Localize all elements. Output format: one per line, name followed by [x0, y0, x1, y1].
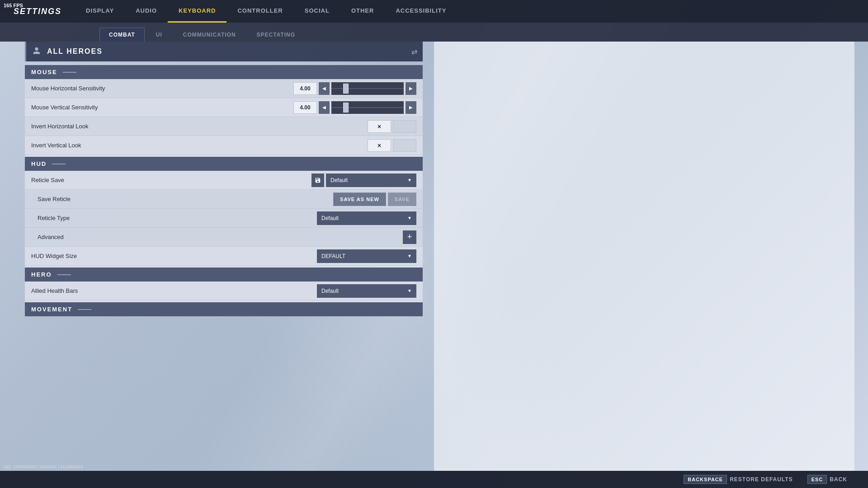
mouse-vertical-decrease[interactable]: ◀ [319, 101, 330, 114]
allied-health-bars-value: Default [321, 288, 406, 294]
invert-vertical-checkbox[interactable]: × [368, 139, 391, 152]
restore-defaults-key: BACKSPACE [684, 475, 727, 484]
debug-info: UID: 1195584009 | 14091441 | 2412009019 [4, 465, 83, 469]
mouse-vertical-value: 4.00 [293, 101, 317, 114]
nav-display[interactable]: DISPLAY [75, 0, 125, 23]
save-button[interactable]: SAVE [388, 192, 416, 206]
movement-section-header: MOVEMENT [25, 302, 423, 316]
mouse-vertical-slider-track[interactable] [331, 101, 404, 114]
save-reticle-buttons: SAVE AS NEW SAVE [333, 192, 416, 206]
hud-widget-size-value: DEFAULT [321, 253, 406, 259]
mouse-vertical-sensitivity-control: 4.00 ◀ ▶ [293, 101, 416, 114]
allied-health-bars-row: Allied Health Bars Default ▼ [25, 282, 423, 300]
reticle-save-dropdown-value: Default [330, 177, 406, 183]
hero-section-header: HERO [25, 267, 423, 282]
reticle-save-row: Reticle Save Default ▼ [25, 171, 423, 190]
mouse-vertical-increase[interactable]: ▶ [406, 101, 416, 114]
right-panel [434, 42, 854, 471]
nav-controller[interactable]: CONTROLLER [226, 0, 293, 23]
bottom-bar: BACKSPACE RESTORE DEFAULTS ESC BACK [0, 471, 868, 488]
mouse-horizontal-slider-thumb[interactable] [343, 84, 349, 94]
heroes-title: ALL HEROES [47, 47, 406, 56]
mouse-vertical-sensitivity-label: Mouse Vertical Sensitivity [31, 104, 293, 111]
reticle-type-label: Reticle Type [38, 215, 317, 221]
nav-audio[interactable]: AUDIO [125, 0, 168, 23]
reticle-save-icon-button[interactable] [311, 174, 324, 187]
tab-communication[interactable]: COMMUNICATION [174, 28, 245, 42]
save-as-new-button[interactable]: SAVE AS NEW [333, 192, 386, 206]
save-reticle-label: Save Reticle [38, 196, 333, 202]
save-to-file-icon [315, 177, 321, 183]
mouse-section-line [63, 72, 76, 73]
settings-panel: MOUSE Mouse Horizontal Sensitivity 4.00 … [25, 65, 423, 316]
save-reticle-row: Save Reticle SAVE AS NEW SAVE [25, 190, 423, 209]
sub-navigation: COMBAT UI COMMUNICATION SPECTATING [0, 23, 868, 42]
reticle-save-label: Reticle Save [31, 177, 311, 183]
allied-health-bars-dropdown[interactable]: Default ▼ [317, 284, 416, 298]
mouse-horizontal-sensitivity-control: 4.00 ◀ ▶ [293, 82, 416, 95]
mouse-horizontal-value: 4.00 [293, 82, 317, 95]
hud-widget-size-dropdown[interactable]: DEFAULT ▼ [317, 249, 416, 263]
restore-defaults-label: RESTORE DEFAULTS [730, 476, 793, 483]
top-navigation: SETTINGS DISPLAY AUDIO KEYBOARD CONTROLL… [0, 0, 868, 23]
nav-other[interactable]: OTHER [340, 0, 385, 23]
heroes-bar[interactable]: ALL HEROES ⇄ [25, 42, 423, 61]
movement-section-title: MOVEMENT [31, 306, 72, 313]
reticle-save-control: Default ▼ [311, 174, 416, 187]
tab-combat[interactable]: COMBAT [99, 28, 145, 42]
mouse-horizontal-sensitivity-row: Mouse Horizontal Sensitivity 4.00 ◀ ▶ [25, 79, 423, 98]
invert-horizontal-checkbox[interactable]: × [368, 120, 391, 133]
invert-vertical-look-row: Invert Vertical Look × [25, 136, 423, 155]
slider-line-vert [331, 107, 404, 108]
hud-widget-size-row: HUD Widget Size DEFAULT ▼ [25, 247, 423, 266]
hud-section-line [52, 164, 66, 164]
reticle-type-value: Default [321, 215, 406, 221]
nav-keyboard[interactable]: KEYBOARD [168, 0, 226, 23]
mouse-horizontal-slider-track[interactable] [331, 82, 404, 95]
nav-items: DISPLAY AUDIO KEYBOARD CONTROLLER SOCIAL… [75, 0, 457, 23]
invert-horizontal-look-label: Invert Horizontal Look [31, 123, 368, 130]
advanced-label: Advanced [38, 234, 403, 240]
hud-widget-size-arrow: ▼ [407, 253, 412, 258]
restore-defaults-button[interactable]: BACKSPACE RESTORE DEFAULTS [676, 471, 800, 488]
advanced-expand-button[interactable]: + [403, 230, 416, 244]
nav-social[interactable]: SOCIAL [294, 0, 340, 23]
reticle-type-dropdown[interactable]: Default ▼ [317, 211, 416, 225]
reticle-type-row: Reticle Type Default ▼ [25, 209, 423, 228]
advanced-row: Advanced + [25, 228, 423, 247]
mouse-section-header: MOUSE [25, 65, 423, 79]
mouse-horizontal-increase[interactable]: ▶ [406, 82, 416, 95]
back-button[interactable]: ESC BACK [800, 471, 854, 488]
content-area: ALL HEROES ⇄ MOUSE Mouse Horizontal Sens… [25, 42, 423, 474]
back-label: BACK [830, 476, 847, 483]
allied-health-bars-label: Allied Health Bars [31, 287, 317, 294]
movement-section-line [78, 309, 91, 310]
fps-counter: 165 FPS [4, 3, 23, 8]
mouse-section-title: MOUSE [31, 69, 57, 75]
mouse-horizontal-decrease[interactable]: ◀ [319, 82, 330, 95]
back-key: ESC [807, 475, 827, 484]
invert-horizontal-toggle: × [368, 120, 416, 133]
hud-section-title: HUD [31, 160, 47, 167]
hud-widget-size-label: HUD Widget Size [31, 253, 317, 259]
invert-horizontal-right [393, 120, 416, 133]
allied-health-bars-arrow: ▼ [407, 288, 412, 293]
reticle-save-dropdown[interactable]: Default ▼ [326, 174, 416, 187]
mouse-vertical-sensitivity-row: Mouse Vertical Sensitivity 4.00 ◀ ▶ [25, 98, 423, 117]
reticle-type-arrow: ▼ [407, 216, 412, 221]
heroes-icon [32, 47, 42, 56]
hero-section-line [57, 274, 71, 275]
reticle-save-dropdown-arrow: ▼ [407, 178, 412, 183]
hud-section-header: HUD [25, 157, 423, 171]
invert-vertical-toggle: × [368, 139, 416, 152]
invert-vertical-right [393, 139, 416, 152]
nav-accessibility[interactable]: ACCESSIBILITY [385, 0, 457, 23]
tab-spectating[interactable]: SPECTATING [247, 28, 305, 42]
mouse-horizontal-sensitivity-label: Mouse Horizontal Sensitivity [31, 85, 293, 92]
slider-line [331, 88, 404, 89]
mouse-vertical-slider-thumb[interactable] [343, 103, 349, 113]
hero-section-title: HERO [31, 271, 52, 278]
heroes-swap-button[interactable]: ⇄ [411, 47, 417, 56]
invert-vertical-look-label: Invert Vertical Look [31, 142, 368, 149]
tab-ui[interactable]: UI [146, 28, 172, 42]
